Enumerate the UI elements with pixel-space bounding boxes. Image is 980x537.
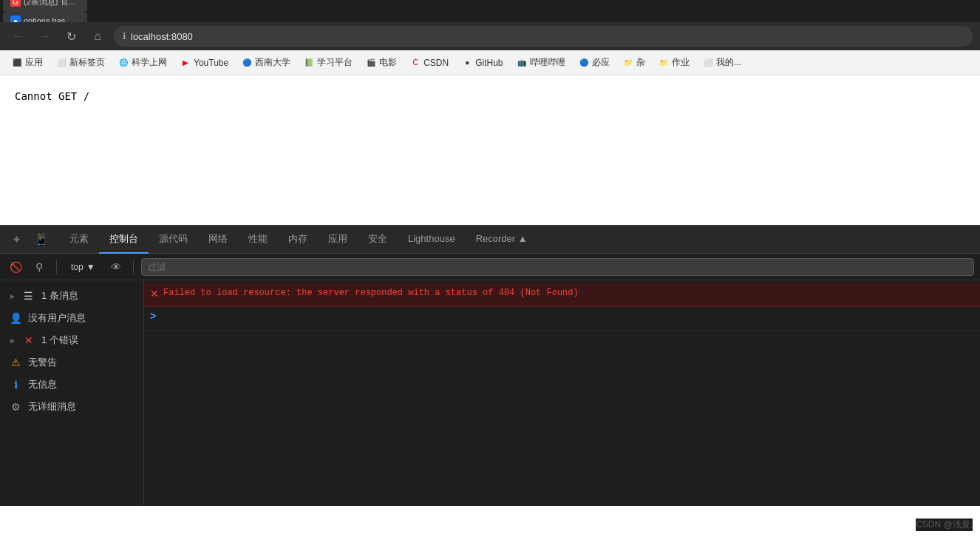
sidebar-section-warnings[interactable]: ⚠ 无警告 [0, 351, 143, 374]
devtools-tab-应用[interactable]: 应用 [318, 226, 358, 254]
bookmark-label: 科学上网 [132, 56, 167, 69]
bookmark-作业[interactable]: 📁 作业 [653, 53, 695, 72]
tab-favicon: G [10, 0, 21, 7]
info-icon: ℹ [9, 378, 22, 391]
sidebar-section-messages[interactable]: ► ☰ 1 条消息 [0, 285, 143, 307]
bookmark-label: 西南大学 [255, 56, 290, 69]
devtools-tab-源代码[interactable]: 源代码 [149, 226, 198, 254]
bookmark-CSDN[interactable]: C CSDN [404, 55, 455, 71]
bookmark-GitHub[interactable]: ● GitHub [456, 55, 508, 71]
bookmark-label: YouTube [194, 58, 228, 68]
bookmark-label: 新标签页 [69, 56, 105, 69]
url-bar[interactable]: ℹ localhost:8080 [114, 26, 973, 47]
bookmark-label: 学习平台 [317, 56, 353, 69]
list-icon: ☰ [22, 289, 35, 303]
devtools-tab-recorder-▲[interactable]: Recorder ▲ [466, 226, 538, 254]
devtools-tab-内存[interactable]: 内存 [278, 226, 318, 254]
bookmark-label: 我的... [716, 56, 741, 69]
bookmark-icon: C [410, 58, 421, 68]
forward-button[interactable]: → [34, 26, 55, 47]
devtools-tabs: ⌖ 📱 元素控制台源代码网络性能内存应用安全LighthouseRecorder… [0, 226, 980, 254]
devtools-tab-控制台[interactable]: 控制台 [99, 226, 149, 254]
devtools-body: ► ☰ 1 条消息 👤 没有用户消息 ► ✕ 1 个错误 ⚠ 无警告 [0, 280, 980, 506]
bookmark-必应[interactable]: 🔵 必应 [573, 53, 616, 72]
bookmark-icon: 📁 [659, 58, 669, 68]
devtools-tab-安全[interactable]: 安全 [358, 226, 398, 254]
bookmark-我的...[interactable]: ⬜ 我的... [697, 53, 747, 72]
browser-tab-tab4[interactable]: G (2条消息) 官... [3, 0, 87, 11]
bookmark-label: 电影 [379, 56, 397, 69]
cannot-get-text: Cannot GET / [15, 90, 89, 102]
bookmark-电影[interactable]: 🎬 电影 [360, 53, 403, 72]
context-dropdown[interactable]: top ▼ [64, 260, 102, 274]
watermark-text: CSDN @浅夏. [916, 519, 973, 530]
filter-icon[interactable]: ⚲ [30, 257, 49, 277]
toolbar-separator [56, 260, 57, 274]
bookmark-icon: ⬛ [12, 58, 22, 68]
bookmark-学习平台[interactable]: 📗 学习平台 [298, 53, 358, 72]
gear-icon: ⚙ [9, 400, 22, 413]
home-button[interactable]: ⌂ [87, 26, 108, 47]
devtools-toolbar: 🚫 ⚲ top ▼ 👁 [0, 254, 980, 280]
tabs-container: y yahuoju/we... C 马文章 CSDN... G (2条消息) 解… [3, 0, 87, 22]
bookmark-icon: 📗 [304, 58, 314, 68]
bookmark-应用[interactable]: ⬛ 应用 [6, 53, 49, 72]
error-x-icon: ✕ [150, 288, 159, 300]
bookmark-label: 应用 [25, 56, 43, 69]
devtools-tab-lighthouse[interactable]: Lighthouse [398, 226, 466, 254]
clear-console-icon[interactable]: 🚫 [6, 257, 25, 277]
sidebar-section-verbose[interactable]: ⚙ 无详细消息 [0, 396, 143, 418]
console-error-row: ✕ Failed to load resource: the server re… [144, 283, 980, 307]
sidebar-warnings-label: 无警告 [28, 356, 57, 369]
sidebar-info-label: 无信息 [28, 378, 57, 391]
console-prompt-row[interactable]: > [144, 307, 980, 331]
bookmark-icon: ⬜ [703, 58, 713, 68]
devtools-icons: ⌖ 📱 [6, 229, 52, 250]
dropdown-arrow-icon: ▼ [86, 262, 95, 272]
bookmark-icon: 🌐 [118, 58, 129, 68]
devtools-tab-性能[interactable]: 性能 [238, 226, 278, 254]
bookmark-杂[interactable]: 📁 杂 [617, 53, 651, 72]
bookmark-icon: 🎬 [366, 58, 376, 68]
bookmark-科学上网[interactable]: 🌐 科学上网 [112, 53, 173, 72]
filter-input[interactable] [141, 258, 974, 276]
bookmark-icon: ● [462, 58, 472, 68]
devtools-tab-网络[interactable]: 网络 [198, 226, 238, 254]
secure-icon: ℹ [123, 31, 126, 41]
bookmarks-bar: ⬛ 应用 ⬜ 新标签页 🌐 科学上网 ▶ YouTube 🔵 西南大学 📗 学习… [0, 50, 980, 75]
chevron-icon-2: ► [9, 337, 16, 345]
tab-favicon: ● [10, 16, 21, 22]
tab-label: options has... [24, 16, 72, 22]
sidebar-errors-label: 1 个错误 [41, 334, 78, 347]
back-button[interactable]: ← [7, 26, 28, 47]
watermark: CSDN @浅夏. [916, 519, 973, 531]
bookmark-西南大学[interactable]: 🔵 西南大学 [236, 53, 296, 72]
toolbar-separator-2 [133, 260, 134, 274]
tab-label: (2条消息) 官... [24, 0, 75, 7]
user-icon: 👤 [9, 311, 22, 325]
bookmark-icon: 🔵 [242, 58, 252, 68]
devtools-tabs-container: 元素控制台源代码网络性能内存应用安全LighthouseRecorder ▲ [59, 226, 538, 254]
eye-icon[interactable]: 👁 [106, 257, 126, 277]
sidebar-section-user[interactable]: 👤 没有用户消息 [0, 307, 143, 329]
sidebar-section-errors[interactable]: ► ✕ 1 个错误 [0, 329, 143, 351]
devtools-sidebar: ► ☰ 1 条消息 👤 没有用户消息 ► ✕ 1 个错误 ⚠ 无警告 [0, 280, 144, 506]
bookmarks-container: ⬛ 应用 ⬜ 新标签页 🌐 科学上网 ▶ YouTube 🔵 西南大学 📗 学习… [6, 53, 747, 72]
browser-tab-tab5[interactable]: ● options has... [3, 11, 87, 22]
warning-icon: ⚠ [9, 356, 22, 369]
reload-button[interactable]: ↻ [61, 26, 81, 47]
url-text: localhost:8080 [131, 31, 193, 42]
context-label: top [71, 262, 84, 272]
sidebar-section-info[interactable]: ℹ 无信息 [0, 374, 143, 396]
inspect-element-icon[interactable]: ⌖ [6, 229, 27, 250]
bookmark-YouTube[interactable]: ▶ YouTube [174, 55, 234, 71]
prompt-icon: > [150, 310, 156, 322]
devtools-panel: ⌖ 📱 元素控制台源代码网络性能内存应用安全LighthouseRecorder… [0, 225, 980, 506]
devtools-console[interactable]: ✕ Failed to load resource: the server re… [144, 280, 980, 506]
devtools-tab-元素[interactable]: 元素 [59, 226, 99, 254]
bookmark-icon: 📁 [623, 58, 633, 68]
bookmark-label: 杂 [636, 56, 645, 69]
bookmark-新标签页[interactable]: ⬜ 新标签页 [50, 53, 111, 72]
device-toggle-icon[interactable]: 📱 [31, 229, 52, 250]
bookmark-哔哩哔哩[interactable]: 📺 哔哩哔哩 [511, 53, 571, 72]
